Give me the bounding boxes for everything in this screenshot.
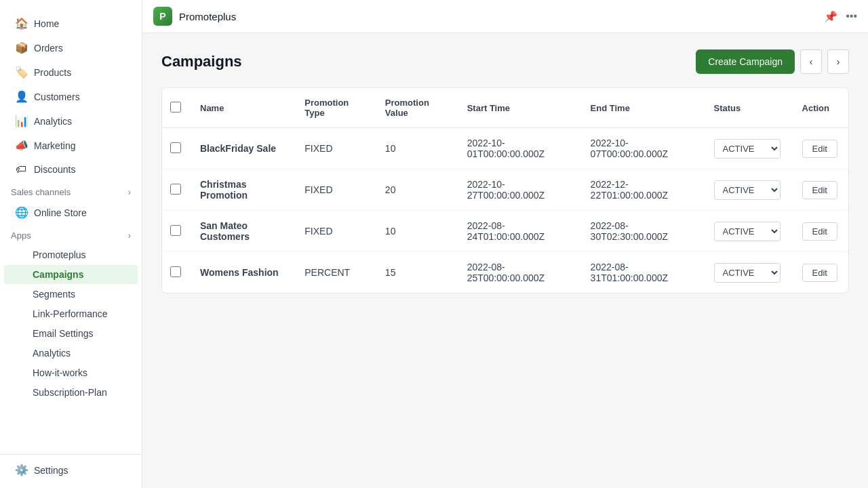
sidebar-item-marketing[interactable]: 📣Marketing [4, 134, 138, 157]
logo-text: P [159, 11, 165, 22]
page-header: Campaigns Create Campaign ‹ › [161, 49, 849, 74]
pin-icon[interactable]: 📌 [824, 10, 837, 23]
table-row: Christmas Promotion FIXED 20 2022-10-27T… [162, 169, 848, 211]
home-icon: 🏠 [15, 17, 27, 30]
sidebar-sub-item-link-performance[interactable]: Link-Performance [4, 304, 138, 323]
edit-button-1[interactable]: Edit [802, 140, 837, 158]
row-checkbox-1[interactable] [170, 142, 181, 153]
status-select-4[interactable]: ACTIVEINACTIVEDRAFT [714, 263, 781, 283]
sidebar-item-orders[interactable]: 📦Orders [4, 36, 138, 60]
col-header-promotion-value: Promotion Value [374, 88, 456, 128]
sidebar-item-customers[interactable]: 👤Customers [4, 85, 138, 108]
sidebar-item-label: Discounts [34, 164, 75, 175]
prev-page-button[interactable]: ‹ [800, 49, 822, 74]
select-all-checkbox[interactable] [170, 102, 181, 113]
sidebar-item-products[interactable]: 🏷️Products [4, 60, 138, 84]
sales-channels-label: Sales channels [11, 187, 71, 197]
sidebar-sub-item-analytics[interactable]: Analytics [4, 344, 138, 363]
top-bar-actions: 📌 ••• [824, 10, 857, 23]
sidebar-sub-item-campaigns[interactable]: Campaigns [4, 265, 138, 284]
col-header-promotion-type: Promotion Type [294, 88, 374, 128]
sidebar: 🏠Home📦Orders🏷️Products👤Customers📊Analyti… [0, 0, 142, 488]
more-options-icon[interactable]: ••• [846, 10, 857, 22]
orders-icon: 📦 [15, 41, 27, 54]
create-campaign-button[interactable]: Create Campaign [696, 49, 795, 74]
sidebar-sub-item-subscription-plan[interactable]: Subscription-Plan [4, 383, 138, 402]
cell-start-time: 2022-08-24T01:00:00.000Z [456, 211, 580, 252]
col-header-action: Action [791, 88, 848, 128]
row-checkbox-3[interactable] [170, 225, 181, 236]
row-checkbox-cell [162, 169, 189, 211]
status-select-2[interactable]: ACTIVEINACTIVEDRAFT [714, 180, 781, 200]
table-row: Womens Fashion PERCENT 15 2022-08-25T00:… [162, 252, 848, 293]
cell-action[interactable]: Edit [791, 211, 848, 252]
col-header-end-time: End Time [580, 88, 703, 128]
settings-label: Settings [34, 465, 68, 476]
sub-item-label: Email Settings [33, 328, 93, 339]
apps-label: Apps [11, 230, 31, 241]
sidebar-footer: ⚙️ Settings [0, 454, 142, 483]
edit-button-4[interactable]: Edit [802, 264, 837, 282]
apps-header[interactable]: Apps › [0, 225, 142, 243]
app-title: Promoteplus [179, 11, 236, 22]
sidebar-sub-item-promoteplus[interactable]: Promoteplus [4, 245, 138, 264]
sidebar-sub-item-segments[interactable]: Segments [4, 285, 138, 304]
row-checkbox-cell [162, 211, 189, 252]
sidebar-item-label: Online Store [34, 207, 87, 218]
header-actions: Create Campaign ‹ › [696, 49, 849, 74]
cell-status[interactable]: ACTIVEINACTIVEDRAFT [703, 211, 791, 252]
sidebar-item-label: Home [34, 18, 59, 29]
sales-channels-header[interactable]: Sales channels › [0, 182, 142, 200]
cell-action[interactable]: Edit [791, 252, 848, 293]
main-nav [0, 5, 142, 11]
cell-name: BlackFriday Sale [189, 128, 294, 169]
cell-promotion-value: 10 [374, 128, 456, 169]
cell-end-time: 2022-12-22T01:00:00.000Z [580, 169, 703, 211]
col-header-status: Status [703, 88, 791, 128]
table-row: San Mateo Customers FIXED 10 2022-08-24T… [162, 211, 848, 252]
cell-status[interactable]: ACTIVEINACTIVEDRAFT [703, 128, 791, 169]
cell-start-time: 2022-10-01T00:00:00.000Z [456, 128, 580, 169]
status-select-1[interactable]: ACTIVEINACTIVEDRAFT [714, 139, 781, 159]
col-header-start-time: Start Time [456, 88, 580, 128]
next-page-button[interactable]: › [827, 49, 849, 74]
row-checkbox-cell [162, 128, 189, 169]
products-icon: 🏷️ [15, 66, 27, 79]
edit-button-2[interactable]: Edit [802, 181, 837, 199]
table-row: BlackFriday Sale FIXED 10 2022-10-01T00:… [162, 128, 848, 169]
row-checkbox-4[interactable] [170, 266, 181, 277]
sidebar-item-home[interactable]: 🏠Home [4, 12, 138, 35]
row-checkbox-2[interactable] [170, 184, 181, 195]
cell-promotion-value: 15 [374, 252, 456, 293]
sidebar-item-analytics[interactable]: 📊Analytics [4, 109, 138, 133]
sidebar-sub-item-email-settings[interactable]: Email Settings [4, 324, 138, 343]
cell-promotion-type: FIXED [294, 128, 374, 169]
discounts-icon: 🏷 [15, 163, 27, 176]
cell-name: San Mateo Customers [189, 211, 294, 252]
sub-item-label: Campaigns [33, 269, 83, 280]
page-title: Campaigns [161, 53, 242, 70]
sidebar-item-discounts[interactable]: 🏷Discounts [4, 158, 138, 181]
cell-start-time: 2022-08-25T00:00:00.000Z [456, 252, 580, 293]
cell-action[interactable]: Edit [791, 169, 848, 211]
cell-status[interactable]: ACTIVEINACTIVEDRAFT [703, 169, 791, 211]
sub-item-label: Link-Performance [33, 308, 108, 319]
online-store-icon: 🌐 [15, 206, 27, 219]
sales-channels-chevron: › [128, 188, 131, 197]
header-checkbox-cell [162, 88, 189, 128]
edit-button-3[interactable]: Edit [802, 222, 837, 241]
sub-item-label: Segments [33, 289, 75, 300]
apps-chevron: › [128, 231, 131, 241]
cell-promotion-value: 10 [374, 211, 456, 252]
sidebar-item-online-store[interactable]: 🌐Online Store [4, 201, 138, 224]
sidebar-item-settings[interactable]: ⚙️ Settings [4, 458, 138, 482]
status-select-3[interactable]: ACTIVEINACTIVEDRAFT [714, 222, 781, 241]
cell-end-time: 2022-10-07T00:00:00.000Z [580, 128, 703, 169]
sidebar-sub-item-how-it-works[interactable]: How-it-works [4, 363, 138, 382]
sub-item-label: Subscription-Plan [33, 387, 107, 398]
page-content: Campaigns Create Campaign ‹ › Name Promo… [142, 33, 868, 488]
cell-action[interactable]: Edit [791, 128, 848, 169]
marketing-icon: 📣 [15, 139, 27, 152]
customers-icon: 👤 [15, 90, 27, 103]
cell-status[interactable]: ACTIVEINACTIVEDRAFT [703, 252, 791, 293]
